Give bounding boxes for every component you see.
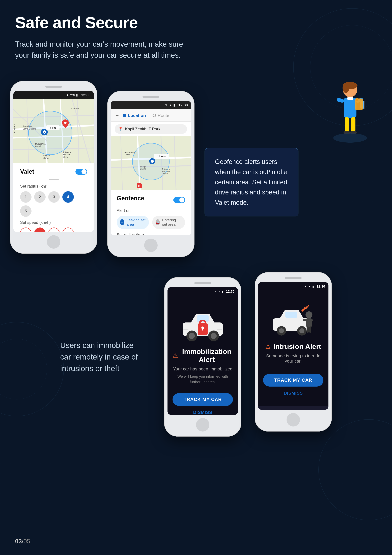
svg-text:Aklager rd: Aklager rd [14,123,16,133]
signal-icon-3: ▼ [214,290,216,293]
battery-icon-3: ▮ [222,290,223,293]
dismiss-button-1[interactable]: DISMISS [193,410,212,415]
location-tab[interactable]: Location [123,113,146,118]
leaving-icon: → [120,219,124,225]
home-button-3[interactable] [196,418,209,431]
phone-speaker-3 [194,282,211,284]
svg-rect-68 [351,117,356,132]
alert-status-bar-3: ▼ ▲ ▮ 12:30 [167,287,238,296]
immobilization-note: We will keep you informed with further u… [176,374,229,385]
speed-btn-40[interactable]: 40 [62,227,74,232]
route-tab[interactable]: Route [153,113,169,118]
valet-panel: Valet Set radius (km) 1 2 3 4 5 [14,163,94,232]
speed-btn-20[interactable]: 20 [34,227,46,232]
intrusion-alert-title: Intrusion Alert [273,343,321,351]
track-car-button-1[interactable]: TRACK MY CAR [172,393,233,406]
radius-btn-4[interactable]: 4 [62,191,74,203]
svg-text:Sangli: Sangli [140,166,146,168]
svg-point-45 [151,160,154,163]
svg-rect-86 [285,312,297,318]
svg-text:10 kms: 10 kms [157,155,166,158]
svg-text:Chowk: Chowk [124,153,130,156]
battery-icon: ▮ [76,93,78,97]
svg-rect-67 [345,117,349,132]
radius-btn-1[interactable]: 1 [20,191,32,203]
car-lock-illustration [178,302,228,344]
alert-leaving[interactable]: → Leaving set area [117,216,149,229]
back-button[interactable]: ← [115,113,119,118]
svg-text:Annatbhau: Annatbhau [23,125,33,127]
status-time-geofence: 12:30 [178,103,188,107]
phone-speaker-4 [285,277,302,279]
phone-intrusion: ▼ ▲ ▮ 12:30 [255,272,332,431]
speed-btn-group: 10 20 30 40 ✎ [20,227,87,232]
svg-text:Mutheshwar: Mutheshwar [124,151,135,154]
person-illustration [332,81,369,151]
svg-rect-96 [307,327,309,333]
page-separator: / [22,538,23,545]
home-button-1[interactable] [47,235,60,249]
location-pin-icon: 📍 [118,127,123,131]
svg-text:▲: ▲ [43,131,45,133]
home-button-2[interactable] [144,239,158,252]
car-intruder-illustration [268,297,318,339]
radius-btn-5[interactable]: 5 [20,205,32,217]
location-search[interactable]: 📍 Kapil Zenith IT Park..... [115,124,187,134]
leaving-label: Leaving set area [127,218,146,227]
route-tab-label: Route [158,113,169,118]
status-icons-geofence: ▼ ▲ ▮ [165,103,175,107]
intrusion-screen: ⚠ Intrusion Alert Someone is trying to i… [258,291,328,406]
warning-icon-2: ⚠ [265,343,271,350]
svg-rect-95 [309,319,313,321]
signal-icon-2: ▼ [165,103,168,107]
svg-rect-83 [217,329,222,330]
wifi-icon-4: ▲ [308,285,311,288]
svg-point-78 [211,333,217,339]
entering-label: Entering set area [162,218,182,227]
intrusion-badge: ⚠ Intrusion Alert [265,343,321,351]
immobilize-description: Users can immobilize car remotely in cas… [60,340,141,374]
geofence-desc-text: Geofence alerts users when the car is ou… [215,157,288,208]
page-title: Safe and Secure [15,14,186,32]
svg-rect-82 [202,328,203,330]
svg-rect-84 [183,329,188,330]
svg-text:Chowk: Chowk [162,173,168,175]
svg-point-90 [299,328,305,333]
geofence-title: Geofence [117,195,144,202]
geofence-nav: ← Location Route [111,110,191,122]
svg-text:Chowk: Chowk [63,156,69,158]
geofence-map: 10 kms Mutheshwar Chowk Sangli Chowk Tuk… [111,136,191,190]
svg-rect-71 [347,97,353,100]
svg-point-18 [29,111,72,155]
divider [49,179,59,180]
radius-btn-3[interactable]: 3 [48,191,60,203]
svg-text:Chowk: Chowk [35,145,42,147]
geofence-toggle[interactable] [173,197,185,203]
svg-text:Chowk: Chowk [140,168,146,170]
immobilization-subtitle: Your car has been immobilized [173,366,233,372]
status-bar-geofence: ▼ ▲ ▮ 12:30 [111,101,191,110]
svg-text:H: H [138,184,140,187]
immobilization-alert-title: Immobilization Alert [181,348,233,364]
speed-btn-10[interactable]: 10 [20,227,32,232]
svg-rect-94 [303,319,306,321]
intrusion-subtitle: Someone is trying to intrude your car! [263,353,323,364]
track-car-button-2[interactable]: TRACK MY CAR [263,374,323,387]
valet-title: Valet [20,168,34,175]
alert-entering[interactable]: 🚗 Entering set area [152,216,185,229]
right-info-panel: Geofence alerts users when the car is ou… [205,81,382,216]
home-button-4[interactable] [286,413,300,426]
valet-toggle[interactable] [75,169,87,175]
geofence-radius-label: Set radius (km) [117,232,185,235]
radius-btn-2[interactable]: 2 [34,191,46,203]
dismiss-button-2[interactable]: DISMISS [284,391,303,396]
phone-speaker [45,86,62,88]
phone-geofence: ▼ ▲ ▮ 12:30 ← Location Route [107,91,194,257]
entering-icon: 🚗 [156,219,160,225]
phone-valet: ▼ wifi ▮ 12:30 [10,81,97,254]
alert-options: → Leaving set area 🚗 Entering set area [117,216,185,229]
svg-text:Sangam: Sangam [43,154,50,157]
current-page: 03 [15,538,22,545]
svg-text:Kumbare: Kumbare [63,153,71,156]
speed-btn-30[interactable]: 30 [48,227,60,232]
